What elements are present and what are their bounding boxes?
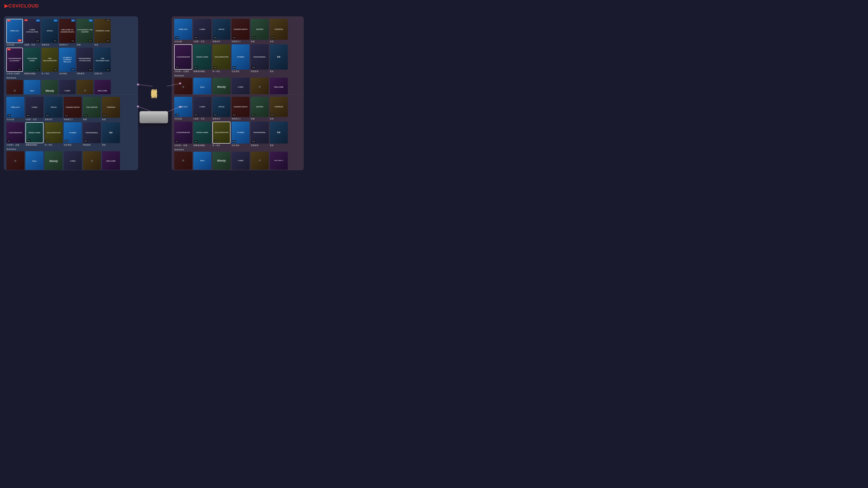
movie-item[interactable]: FREE GUY 7.8 失控玩家	[174, 19, 192, 43]
movie-title: X战警：天启	[193, 118, 211, 120]
movie-item[interactable]: SUDDEN DEATH 6.3 突然死亡2	[231, 97, 250, 120]
movie-item[interactable]: O GUARDIAO THE KEEPER 蓝光 5.2 保镖	[77, 19, 93, 46]
movie-item[interactable]: FREE GUY 7.8 失控玩家	[174, 97, 192, 120]
movie-title: 鱼雷	[102, 118, 120, 121]
movie-title: 快！神父	[212, 144, 230, 147]
aventura-row: 🎬 Ryan Wendy X-MEN 🎬 WELCOME	[6, 151, 135, 170]
movie-item[interactable]: 🎬	[251, 152, 269, 170]
section-aventura-label: Aventura	[174, 74, 301, 77]
movie-item[interactable]: TORPEDO U-235 1/1890 6.5 鱼雷	[94, 19, 111, 46]
movie-item[interactable]: SPACE 5.6 逃离深空	[44, 97, 63, 121]
movie-item[interactable]: 更多 更多	[102, 122, 120, 147]
movie-title: 失控玩家	[174, 118, 192, 120]
movie-item[interactable]: Wendy	[212, 152, 230, 170]
movie-title: 反叛行动	[94, 72, 111, 75]
movie-item[interactable]: X-MEN 6.5 X战警：天启	[26, 97, 43, 121]
movie-row-2: CONVERGENTE 6.1 分歧者3：忠诚 RISING HAWK 6.1 …	[174, 122, 301, 147]
movie-item[interactable]: WELCOME	[270, 78, 288, 96]
movie-item[interactable]: 🎬	[6, 151, 24, 170]
movie-item[interactable]: PARANORMAL 5.8 情诱虐杀	[251, 122, 269, 147]
movie-title: 分歧者3：忠诚	[174, 144, 192, 147]
movie-title: 快！神父	[212, 70, 230, 73]
movie-item[interactable]: 🎬	[83, 151, 101, 170]
movie-title: 情诱虐杀	[251, 70, 268, 73]
movie-item[interactable]: KEEPER 5.2 保镖	[251, 19, 269, 43]
movie-item[interactable]: CONVERGENTE 6.1 分歧者3：忠诚	[6, 122, 24, 147]
movie-item[interactable]: PARANORMAL 5.8 情诱虐杀	[251, 44, 269, 73]
movie-item[interactable]: 🎬	[251, 78, 269, 96]
movie-item[interactable]: TORPEDO 6.5 鱼雷	[270, 19, 288, 43]
movie-title: 逃离深空	[41, 43, 58, 46]
movie-item[interactable]: VELOCIPASTOR 4.8 快！神父	[212, 122, 230, 147]
movie-item[interactable]: SUDDEN DEATH 6.3 突然死亡2	[64, 97, 82, 121]
movie-item[interactable]: Ryan	[193, 78, 211, 96]
movie-row-2: CONVERGENTE ALLEGIANT DQ 6.1 分歧者3:忠诚世 TH…	[6, 47, 135, 75]
movie-item[interactable]: X-MEN 6.5 X战警：天启	[193, 19, 211, 43]
movie-title: 保镖	[251, 40, 268, 43]
movie-item[interactable]: WELCOME	[102, 151, 120, 170]
chinese-title: 變色龍技術	[150, 84, 158, 88]
movie-item[interactable]: VELOCIPASTOR 4.8 快！神父	[212, 44, 230, 73]
movie-item[interactable]: X-MEN APOCALYPSE DQ 蓝光 6.5 X战警：天启	[24, 19, 40, 46]
logo-text: CSVICLOUD	[8, 3, 39, 8]
movie-item[interactable]: Ryan	[193, 152, 211, 170]
movie-item[interactable]: STUBER A CORRIDA MALUCA 6.8 优步危机	[59, 47, 75, 75]
movie-row-2: CONVERGENTE 6.1 分歧者3：忠诚世 RISING HAWK 6.1…	[174, 44, 301, 73]
movie-item[interactable]: STUBER 6.8 优步危机	[231, 122, 250, 147]
bluray-badge: 蓝光	[54, 19, 58, 22]
movie-item[interactable]: 更多 更多	[270, 44, 288, 73]
panel-top-left: FREE GUY DQ 7.8 失控玩家 X-MEN APOCALYPSE DQ…	[4, 17, 138, 103]
movie-item[interactable]: CONVERGENTE 6.1 分歧者3：忠诚世	[174, 44, 192, 73]
bluray-badge: 蓝光	[36, 19, 40, 22]
movie-item[interactable]: KEEPER 5.2 保镖	[251, 97, 269, 120]
movie-row-2: CONVERGENTE 6.1 分歧者3：忠诚 RISING HAWK 6.1 …	[6, 122, 135, 147]
movie-item[interactable]: FREE GUY DQ 7.8 失控玩家	[6, 19, 23, 46]
movie-item[interactable]: X-MEN	[231, 78, 250, 96]
movie-item[interactable]: X-MEN	[231, 152, 250, 170]
movie-item[interactable]: Wendy	[44, 151, 63, 170]
movie-row-1: FREE GUY 7.8 失控玩家 X-MEN 6.5 X战警：天启 SPACE…	[174, 97, 301, 120]
movie-item[interactable]: TORPEDO 6.5 鱼雷	[102, 97, 120, 121]
movie-item[interactable]: SPACE 5.6 逃离深空	[212, 19, 230, 43]
movie-item[interactable]: VELOCIPASTOR 4.8 快！神父	[44, 122, 63, 147]
movie-item[interactable]: 🎬	[174, 78, 192, 96]
movie-item[interactable]: X-MEN	[64, 151, 82, 170]
panel-top-right: FREE GUY 7.8 失控玩家 X-MEN 6.5 X战警：天启 SPACE…	[172, 17, 304, 103]
aventura-row: 🎬 Ryan Wendy X-MEN 🎬 WELCOME To	[174, 152, 301, 170]
movie-item[interactable]: STUBER 6.8 优步危机	[64, 122, 82, 147]
movie-title: 快！神父	[44, 143, 62, 147]
movie-item[interactable]: WELCOME TO SUDDEN DEATH 蓝光 6.3 突然死亡2	[59, 19, 75, 46]
movie-item[interactable]: PARANORMAL 5.8 情诱虐杀	[83, 122, 101, 147]
movie-item[interactable]: RISING HAWK 6.1 驯魔者的崛起	[26, 122, 43, 147]
section-aventura-label: Aventura	[6, 76, 135, 79]
movie-item[interactable]: THE RISING HAWK 6.1 驯魔者的崛起	[24, 47, 40, 75]
movie-item[interactable]: 更多 更多	[270, 122, 288, 147]
movie-title: X战警：天启	[26, 118, 43, 121]
movie-item[interactable]: THE VELOCIPASTOR 4.8 快！神父	[41, 47, 58, 75]
movie-item[interactable]: 🎬	[174, 152, 192, 170]
movie-title: X战警：天启	[24, 43, 40, 46]
movie-item[interactable]: WELCOME To	[270, 152, 288, 170]
movie-title: 驯魔者的崛起	[24, 72, 40, 75]
movie-item[interactable]: CONVERGENTE 6.1 分歧者3：忠诚	[174, 122, 192, 147]
movie-item[interactable]: SUDDEN DEATH 6.3 突然死亡2	[231, 19, 250, 43]
panel-bottom-right: FREE GUY 7.8 失控玩家 X-MEN 6.5 X战警：天启 SPACE…	[172, 94, 304, 170]
movie-item[interactable]: Ryan	[26, 151, 43, 170]
movie-item[interactable]: THE KEEPER 5.2 保镖	[83, 97, 101, 121]
movie-item[interactable]: Wendy	[212, 78, 230, 96]
movie-item[interactable]: X-MEN 6.5 X战警：天启	[193, 97, 211, 120]
movie-title: 保镖	[251, 118, 268, 120]
movie-item[interactable]: STUBER 6.8 优步危机	[231, 44, 250, 73]
movie-title: 优步危机	[231, 70, 249, 73]
movie-item[interactable]: SPACE 5.6 逃离深空	[212, 97, 230, 120]
movie-title: 逃离深空	[212, 40, 230, 43]
movie-item[interactable]: SPACE 蓝光 5.6 逃离深空	[41, 19, 58, 46]
movie-item[interactable]: RISING HAWK 6.1 驯魔者的崛起	[193, 122, 211, 147]
movie-item[interactable]: RISING HAWK 6.1 驯魔者的崛起	[193, 44, 211, 73]
movie-item[interactable]: CONVERGENTE ALLEGIANT DQ 6.1 分歧者3:忠诚世	[6, 47, 23, 75]
movie-item[interactable]: TORPEDO 6.5 鱼雷	[270, 97, 288, 120]
movie-item[interactable]: PARANORMAL ATTRACTION 5.8 情诱虐杀	[77, 47, 93, 75]
movie-item[interactable]: THE INSURRECTION 5.2 反叛行动	[94, 47, 111, 75]
logo-accent: ▶	[4, 3, 8, 8]
movie-item[interactable]: FREE GUY 7.8 失控玩家	[6, 97, 24, 121]
